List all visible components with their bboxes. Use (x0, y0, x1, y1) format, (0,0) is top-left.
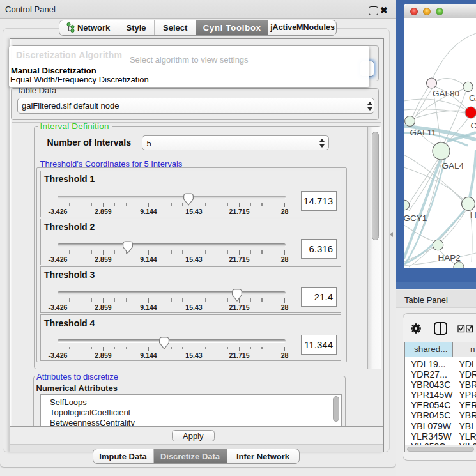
svg-text:GAL11: GAL11 (410, 128, 436, 137)
svg-text:GAL80: GAL80 (433, 89, 459, 98)
svg-text:GAL4: GAL4 (442, 161, 464, 171)
svg-text:HAP2: HAP2 (438, 253, 461, 263)
svg-text:H: H (470, 210, 476, 220)
svg-text:GCY1: GCY1 (404, 213, 427, 223)
svg-text:GA: GA (469, 93, 476, 103)
svg-text:C: C (471, 121, 476, 130)
